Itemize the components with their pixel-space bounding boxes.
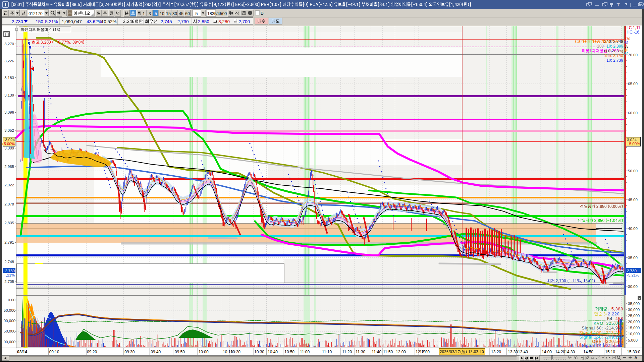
svg-text:10:50: 10:50 — [284, 350, 294, 354]
svg-text:Signal 60: -214,943: Signal 60: -214,943 — [582, 326, 623, 330]
svg-text:03/14: 03/14 — [17, 350, 27, 354]
svg-text:60.00: 60.00 — [628, 111, 638, 115]
svg-text:50,000: 50,000 — [4, 329, 15, 333]
svg-text:012170: 012170 — [29, 11, 43, 16]
svg-text:30,000: 30,000 — [628, 308, 640, 312]
svg-text:12:20: 12:20 — [420, 350, 430, 354]
svg-text:35.00: 35.00 — [628, 256, 638, 260]
svg-text:Signal 24: -215,567: Signal 24: -215,567 — [582, 343, 623, 348]
svg-text:10:30: 10:30 — [254, 350, 264, 354]
svg-text:11:00: 11:00 — [300, 350, 310, 354]
svg-text:5: 5 — [155, 11, 157, 16]
svg-text:2,700: 2,700 — [238, 19, 250, 24]
svg-text:10:40: 10:40 — [268, 350, 278, 354]
svg-text:Signal 150: -209,206: Signal 150: -209,206 — [579, 335, 623, 340]
svg-text:+5.00%: +5.00% — [2, 142, 15, 146]
svg-text:1: 1 — [4, 3, 7, 7]
svg-text:20,000: 20,000 — [628, 320, 640, 324]
svg-text:458: 458 — [615, 316, 623, 321]
svg-text:288: 288 — [597, 44, 604, 49]
svg-text:14:50: 14:50 — [583, 350, 593, 354]
svg-text:3,183: 3,183 — [4, 76, 14, 80]
svg-text:45: 45 — [179, 11, 183, 16]
svg-text:40.00: 40.00 — [628, 227, 638, 231]
svg-text:D: D — [261, 11, 264, 16]
svg-text:39: 39 — [625, 52, 629, 56]
svg-text:A: A — [634, 355, 638, 360]
svg-text:2,850: 2,850 — [198, 19, 209, 24]
svg-text:1,090,047: 1,090,047 — [62, 19, 82, 24]
svg-text:50.00: 50.00 — [628, 169, 638, 173]
svg-text:KVO: 325,008: KVO: 325,008 — [594, 321, 623, 326]
svg-text:60: 60 — [185, 11, 190, 16]
svg-text:3,280: 3,280 — [218, 19, 230, 24]
svg-text:65.00: 65.00 — [628, 82, 638, 86]
svg-text:45.00: 45.00 — [628, 198, 638, 202]
svg-text:1: 1 — [143, 11, 145, 16]
svg-text:10:00: 10:00 — [199, 350, 209, 354]
svg-text:00,000: 00,000 — [4, 319, 15, 323]
svg-text:2,705: 2,705 — [4, 280, 14, 284]
svg-text:10: 10 — [160, 11, 164, 16]
svg-text:0.00: 0.00 — [8, 298, 15, 302]
svg-text:50,000: 50,000 — [4, 308, 15, 312]
svg-text:2,748: 2,748 — [4, 260, 14, 264]
svg-text:-5.21%: -5.21% — [44, 19, 58, 24]
svg-text:LC:1,11: LC:1,11 — [627, 25, 640, 30]
svg-text:00,000: 00,000 — [4, 340, 15, 344]
svg-text:43.62%: 43.62% — [87, 19, 102, 24]
svg-text:-5.21%: -5.21% — [627, 273, 639, 277]
svg-text:25,000: 25,000 — [628, 314, 640, 318]
svg-text:3,139: 3,139 — [4, 93, 14, 97]
svg-text:Signal 100: -213,247: Signal 100: -213,247 — [579, 330, 623, 335]
svg-text:5,000: 5,000 — [628, 338, 638, 342]
svg-text:?: ? — [624, 2, 627, 7]
svg-text:30.00: 30.00 — [628, 285, 638, 289]
svg-text:HC:-16,: HC:-16, — [627, 30, 640, 35]
svg-text:14:20: 14:20 — [555, 350, 565, 354]
svg-text:3,226: 3,226 — [4, 59, 14, 63]
svg-text:15:10: 15:10 — [605, 350, 615, 354]
svg-text:150: 150 — [36, 19, 43, 24]
svg-text:3,009: 3,009 — [4, 146, 14, 150]
svg-text:11:20: 11:20 — [342, 350, 352, 354]
svg-text:11:30: 11:30 — [356, 350, 365, 354]
svg-text:2,965: 2,965 — [4, 165, 14, 169]
svg-text:09:10: 09:10 — [49, 350, 59, 354]
svg-text:39: 39 — [625, 41, 629, 45]
svg-text:11:10: 11:10 — [322, 350, 332, 354]
svg-text:2,730: 2,730 — [177, 19, 189, 24]
svg-text:09:30: 09:30 — [124, 350, 135, 354]
svg-text:155: 2,740: 155: 2,740 — [604, 53, 623, 58]
svg-text:54:: 54: — [607, 316, 614, 321]
svg-text:14:00: 14:00 — [542, 350, 552, 354]
svg-text:13:40: 13:40 — [518, 350, 528, 354]
svg-text:2,730: 2,730 — [5, 269, 15, 273]
svg-text:10.52%: 10.52% — [101, 19, 117, 24]
svg-text:2,791: 2,791 — [4, 240, 14, 244]
svg-text:3,024: 3,024 — [627, 138, 637, 142]
svg-text:11:50: 11:50 — [383, 350, 393, 354]
svg-text:2,730: 2,730 — [627, 269, 637, 273]
svg-text:15:30:0: 15:30:0 — [627, 350, 640, 354]
svg-text:30: 30 — [172, 11, 177, 16]
svg-text:13:30: 13:30 — [508, 350, 518, 354]
svg-text:5,388: 5,388 — [611, 307, 623, 311]
svg-text:,21%: ,21% — [6, 273, 15, 277]
svg-text:3,096: 3,096 — [4, 110, 14, 114]
svg-text:10: 2,739: 10: 2,739 — [606, 58, 623, 63]
svg-text:09:50: 09:50 — [175, 350, 185, 354]
svg-text:T: T — [616, 2, 620, 7]
svg-text:10:20: 10:20 — [230, 350, 240, 354]
svg-text:2,878: 2,878 — [4, 202, 14, 206]
svg-text:/4500: /4500 — [216, 11, 227, 16]
svg-text:2,730: 2,730 — [12, 19, 23, 24]
svg-text:15: 15 — [166, 11, 171, 16]
svg-text:2,745: 2,745 — [161, 19, 172, 24]
svg-text:3: 3 — [149, 11, 151, 16]
svg-text:14:30: 14:30 — [565, 350, 575, 354]
svg-text:35,000: 35,000 — [628, 302, 640, 306]
svg-text:09:20: 09:20 — [87, 350, 97, 354]
svg-text:85: 85 — [625, 45, 629, 48]
svg-text:11:40: 11:40 — [372, 350, 381, 354]
